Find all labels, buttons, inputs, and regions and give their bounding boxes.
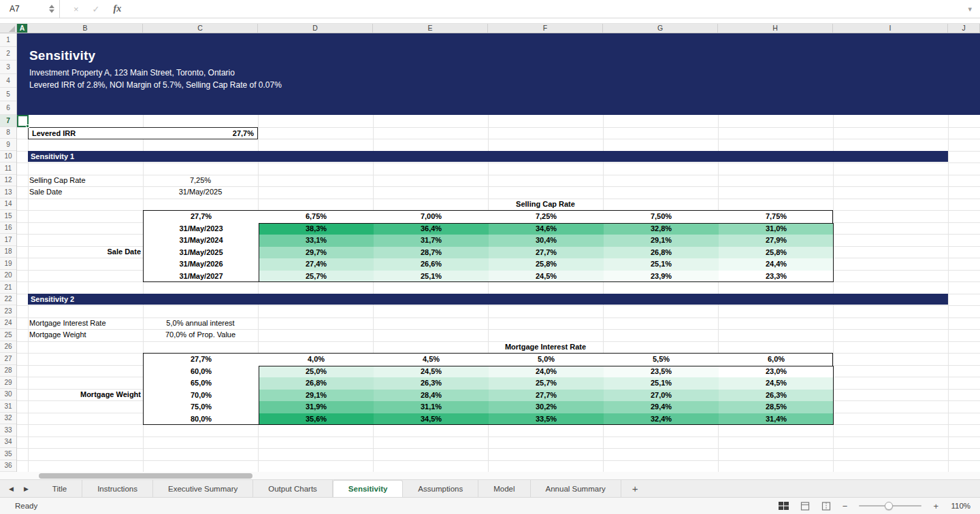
- sheet-tab-model[interactable]: Model: [478, 480, 530, 497]
- tab-nav-right-icon[interactable]: ▶: [24, 485, 29, 492]
- s2-param2-label[interactable]: Mortgage Weight: [29, 329, 86, 341]
- insert-function-icon[interactable]: fx: [114, 3, 122, 14]
- table-row-header[interactable]: 75,0%: [144, 401, 259, 413]
- table-row-header[interactable]: 31/May/2024: [144, 235, 259, 247]
- s1-param1-value[interactable]: 7,25%: [143, 175, 258, 187]
- table-cell[interactable]: 27,7%: [489, 247, 604, 259]
- table-cell[interactable]: 35,6%: [259, 413, 374, 426]
- table-col-header[interactable]: 6,75%: [259, 211, 374, 223]
- tab-nav-left-icon[interactable]: ◀: [9, 485, 14, 492]
- page-layout-view-icon[interactable]: [800, 502, 810, 511]
- table-corner-cell[interactable]: 27,7%: [144, 354, 259, 366]
- zoom-level[interactable]: 110%: [950, 502, 970, 510]
- row-header-1[interactable]: 1: [0, 33, 16, 47]
- table-col-header[interactable]: 7,75%: [719, 211, 834, 223]
- sheet-tab-output-charts[interactable]: Output Charts: [253, 480, 333, 497]
- s2-table-title[interactable]: Mortgage Interest Rate: [258, 341, 833, 354]
- table-cell[interactable]: 24,5%: [374, 366, 489, 378]
- sheet-tab-annual-summary[interactable]: Annual Summary: [531, 480, 621, 497]
- table-row-header[interactable]: 31/May/2026: [144, 258, 259, 271]
- table-row-header[interactable]: 31/May/2025: [144, 247, 259, 259]
- row-header-5[interactable]: 5: [0, 88, 16, 101]
- table-col-header[interactable]: 4,5%: [374, 354, 489, 366]
- column-header-a[interactable]: A: [17, 24, 28, 33]
- table-cell[interactable]: 34,6%: [489, 223, 604, 235]
- row-header-4[interactable]: 4: [0, 74, 16, 88]
- row-header-13[interactable]: 13: [0, 186, 16, 199]
- row-header-21[interactable]: 21: [0, 281, 16, 294]
- table-cell[interactable]: 24,0%: [489, 366, 604, 378]
- row-header-6[interactable]: 6: [0, 101, 16, 115]
- row-header-29[interactable]: 29: [0, 377, 16, 389]
- name-box-stepper-icon[interactable]: [49, 0, 54, 18]
- table-cell[interactable]: 25,7%: [489, 377, 604, 390]
- row-header-24[interactable]: 24: [0, 318, 16, 330]
- column-header-f[interactable]: F: [488, 24, 603, 33]
- row-header-31[interactable]: 31: [0, 400, 16, 413]
- table-cell[interactable]: 32,4%: [604, 413, 719, 426]
- table-cell[interactable]: 24,5%: [489, 271, 604, 283]
- stepper-down-icon[interactable]: [49, 10, 54, 13]
- row-header-2[interactable]: 2: [0, 47, 16, 61]
- table-col-header[interactable]: 7,00%: [374, 211, 489, 223]
- table-cell[interactable]: 31,7%: [374, 235, 489, 247]
- table-cell[interactable]: 27,7%: [489, 390, 604, 402]
- sensitivity1-section-bar[interactable]: Sensitivity 1: [28, 151, 948, 162]
- table-cell[interactable]: 24,5%: [719, 377, 834, 390]
- s1-row-axis-label[interactable]: Sale Date: [17, 246, 141, 258]
- row-header-35[interactable]: 35: [0, 448, 16, 460]
- formula-input[interactable]: [121, 0, 968, 18]
- sheet-tab-instructions[interactable]: Instructions: [82, 480, 153, 497]
- row-header-16[interactable]: 16: [0, 222, 16, 235]
- row-header-34[interactable]: 34: [0, 436, 16, 449]
- column-header-e[interactable]: E: [373, 24, 488, 33]
- table-cell[interactable]: 26,3%: [719, 390, 834, 402]
- s1-table-title[interactable]: Selling Cap Rate: [258, 199, 833, 211]
- table-cell[interactable]: 29,1%: [259, 390, 374, 402]
- table-cell[interactable]: 26,6%: [374, 258, 489, 271]
- stepper-up-icon[interactable]: [49, 5, 54, 8]
- sheet-tab-sensitivity[interactable]: Sensitivity: [333, 480, 404, 497]
- row-header-19[interactable]: 19: [0, 258, 16, 270]
- confirm-icon[interactable]: ✓: [93, 4, 100, 14]
- row-header-32[interactable]: 32: [0, 413, 16, 425]
- table-col-header[interactable]: 7,25%: [489, 211, 604, 223]
- table-cell[interactable]: 31,1%: [374, 401, 489, 413]
- horizontal-scrollbar[interactable]: [0, 472, 980, 479]
- table-cell[interactable]: 26,3%: [374, 377, 489, 390]
- column-header-i[interactable]: I: [833, 24, 948, 33]
- row-header-23[interactable]: 23: [0, 305, 16, 318]
- cancel-icon[interactable]: ×: [74, 4, 79, 14]
- sheet-tab-title[interactable]: Title: [37, 480, 82, 497]
- s2-param2-value[interactable]: 70,0% of Prop. Value: [143, 329, 258, 341]
- row-header-17[interactable]: 17: [0, 234, 16, 246]
- table-cell[interactable]: 33,5%: [489, 413, 604, 426]
- table-cell[interactable]: 26,8%: [259, 377, 374, 390]
- table-row-header[interactable]: 31/May/2027: [144, 271, 259, 283]
- table-cell[interactable]: 29,1%: [604, 235, 719, 247]
- zoom-out-icon[interactable]: −: [843, 501, 848, 511]
- table-cell[interactable]: 24,4%: [719, 258, 834, 271]
- column-header-j[interactable]: J: [948, 24, 980, 33]
- row-header-36[interactable]: 36: [0, 460, 16, 473]
- row-header-15[interactable]: 15: [0, 210, 16, 222]
- table-col-header[interactable]: 4,0%: [259, 354, 374, 366]
- column-header-d[interactable]: D: [258, 24, 373, 33]
- selected-cell-a7[interactable]: [17, 115, 29, 127]
- zoom-slider[interactable]: [859, 501, 921, 511]
- row-header-20[interactable]: 20: [0, 270, 16, 282]
- sheet-tab-assumptions[interactable]: Assumptions: [403, 480, 478, 497]
- table-cell[interactable]: 30,4%: [489, 235, 604, 247]
- zoom-slider-knob[interactable]: [885, 502, 893, 510]
- formula-bar-expand-icon[interactable]: ▾: [968, 5, 972, 14]
- row-header-18[interactable]: 18: [0, 246, 16, 258]
- row-header-28[interactable]: 28: [0, 365, 16, 377]
- sheet-grid[interactable]: 1234567891011121314151617181920212223242…: [0, 33, 980, 472]
- row-header-3[interactable]: 3: [0, 61, 16, 74]
- s2-param1-value[interactable]: 5,0% annual interest: [143, 318, 258, 330]
- table-cell[interactable]: 25,7%: [259, 271, 374, 283]
- page-break-view-icon[interactable]: [821, 502, 831, 511]
- row-header-26[interactable]: 26: [0, 341, 16, 354]
- table-cell[interactable]: 25,0%: [259, 366, 374, 378]
- table-cell[interactable]: 30,2%: [489, 401, 604, 413]
